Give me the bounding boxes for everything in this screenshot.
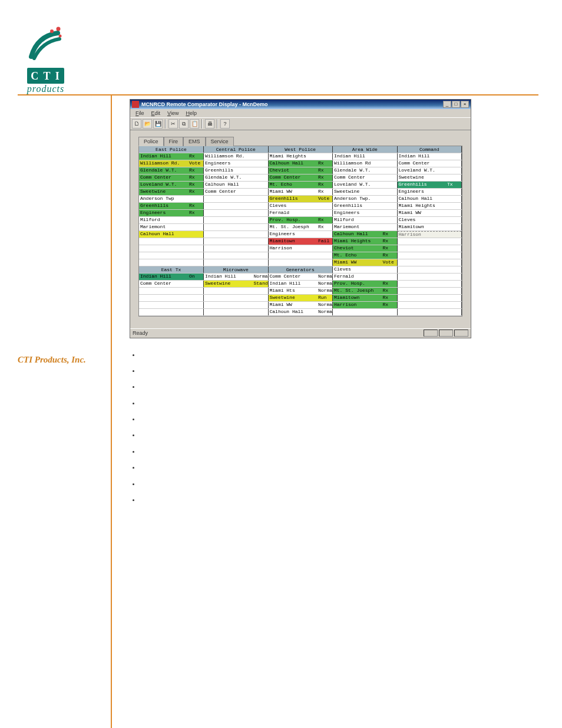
grid-cell[interactable]: Mt. St. JoesphRx	[333, 287, 398, 294]
grid-cell[interactable]	[204, 202, 269, 209]
grid-cell[interactable]	[397, 252, 462, 259]
grid-cell[interactable]: SweetwineRun	[268, 294, 333, 301]
grid-cell[interactable]: Miami WWRx	[268, 188, 333, 195]
grid-cell[interactable]: Cleves	[397, 216, 462, 223]
grid-cell[interactable]: Mt. EchoRx	[268, 181, 333, 188]
grid-cell[interactable]	[397, 301, 462, 308]
grid-cell[interactable]	[204, 308, 269, 315]
grid-cell[interactable]	[397, 308, 462, 315]
grid-cell[interactable]: Miamitown	[397, 223, 462, 230]
grid-cell[interactable]	[397, 273, 462, 280]
grid-cell[interactable]	[204, 245, 269, 252]
grid-cell[interactable]	[397, 280, 462, 287]
paste-icon[interactable]: 📋	[190, 119, 199, 129]
grid-cell[interactable]: CheviotRx	[268, 167, 333, 174]
menu-edit[interactable]: Edit	[148, 110, 164, 117]
help-icon[interactable]: ?	[220, 119, 230, 129]
grid-cell[interactable]: Miami WWVote	[333, 259, 398, 266]
grid-cell[interactable]: Indian Hill	[397, 153, 462, 160]
grid-cell[interactable]: Prov. Hosp.Rx	[333, 280, 398, 287]
grid-cell[interactable]: Indian HillRx	[139, 153, 204, 160]
grid-cell[interactable]: Sweetwine	[397, 174, 462, 181]
grid-cell[interactable]: Milford	[333, 216, 398, 223]
grid-cell[interactable]	[139, 238, 204, 245]
grid-cell[interactable]: Miami WW	[397, 209, 462, 216]
grid-cell[interactable]: GreenhillsVote	[268, 195, 333, 202]
grid-cell[interactable]: Cleves	[333, 266, 398, 273]
menu-help[interactable]: Help	[183, 110, 200, 117]
close-button[interactable]: ×	[461, 101, 469, 108]
grid-cell[interactable]: Miami Heights	[268, 153, 333, 160]
grid-cell[interactable]	[139, 259, 204, 266]
grid-cell[interactable]: Loveland W.T.Rx	[139, 181, 204, 188]
grid-cell[interactable]: Loveland W.T.	[333, 181, 398, 188]
grid-cell[interactable]	[204, 252, 269, 259]
tab-ems[interactable]: EMS	[183, 137, 206, 146]
grid-cell[interactable]	[139, 308, 204, 315]
print-icon[interactable]: 🖶	[205, 119, 214, 129]
tab-fire[interactable]: Fire	[164, 137, 184, 146]
save-icon[interactable]: 💾	[153, 119, 163, 129]
grid-cell[interactable]: Indian HillOn	[139, 273, 204, 280]
grid-cell[interactable]: Calhoun HallRx	[333, 230, 398, 238]
grid-cell[interactable]	[204, 195, 269, 202]
grid-cell[interactable]	[397, 259, 462, 266]
grid-cell[interactable]	[139, 287, 204, 294]
grid-cell[interactable]: Williamson Rd	[333, 160, 398, 167]
grid-cell[interactable]: SweetwineStandby	[204, 280, 269, 287]
cut-icon[interactable]: ✂	[168, 119, 178, 129]
grid-cell[interactable]	[204, 216, 269, 223]
grid-cell[interactable]: Mariemont	[139, 223, 204, 230]
grid-cell[interactable]: Harrison	[268, 245, 333, 252]
grid-cell[interactable]: Mt. St. JoesphRx	[268, 223, 333, 230]
grid-cell[interactable]: Engineers	[333, 209, 398, 216]
grid-cell[interactable]: GreenhillsRx	[139, 202, 204, 209]
grid-cell[interactable]: MiamitownRx	[333, 294, 398, 301]
grid-cell[interactable]	[204, 294, 269, 301]
grid-cell[interactable]: Fernald	[268, 209, 333, 216]
grid-cell[interactable]: Miami Heights	[397, 202, 462, 209]
grid-cell[interactable]: Glendale W.T.	[333, 167, 398, 174]
grid-cell[interactable]	[204, 301, 269, 308]
grid-cell[interactable]: Cleves	[268, 202, 333, 209]
maximize-button[interactable]: □	[452, 101, 460, 108]
grid-cell[interactable]	[139, 252, 204, 259]
grid-cell[interactable]: Indian HillNormal	[268, 280, 333, 287]
grid-cell[interactable]: Anderson Twp	[139, 195, 204, 202]
grid-cell[interactable]	[204, 223, 269, 230]
grid-cell[interactable]: Milford	[139, 216, 204, 223]
grid-cell[interactable]	[397, 266, 462, 273]
grid-cell[interactable]: Harrison	[397, 230, 462, 238]
grid-cell[interactable]	[204, 259, 269, 266]
grid-cell[interactable]: Miami HtsNormal	[268, 287, 333, 294]
grid-cell[interactable]: Engineers	[397, 188, 462, 195]
tab-service[interactable]: Service	[206, 137, 234, 146]
minimize-button[interactable]: _	[443, 101, 451, 108]
grid-cell[interactable]: Anderson Twp.	[333, 195, 398, 202]
grid-cell[interactable]: CheviotRx	[333, 245, 398, 252]
grid-cell[interactable]	[397, 245, 462, 252]
grid-cell[interactable]	[333, 308, 398, 315]
grid-cell[interactable]: MiamitownFail	[268, 238, 333, 245]
titlebar[interactable]: MCNRCD Remote Comparator Display - McnDe…	[130, 100, 471, 109]
grid-cell[interactable]: Engineers	[204, 160, 269, 167]
grid-cell[interactable]: Loveland W.T.	[397, 167, 462, 174]
grid-cell[interactable]: Comm Center	[139, 280, 204, 287]
grid-cell[interactable]	[204, 230, 269, 238]
grid-cell[interactable]	[397, 238, 462, 245]
grid-cell[interactable]: Indian HillNormal	[204, 273, 269, 280]
grid-cell[interactable]: HarrisonRx	[333, 301, 398, 308]
grid-cell[interactable]	[139, 245, 204, 252]
grid-cell[interactable]: Calhoun HallRx	[268, 160, 333, 167]
grid-cell[interactable]: Comm CenterRx	[268, 174, 333, 181]
grid-cell[interactable]	[204, 287, 269, 294]
grid-cell[interactable]: Miami HeightsRx	[333, 238, 398, 245]
grid-cell[interactable]: EngineersRx	[139, 209, 204, 216]
grid-cell[interactable]: Williamson Rd.Vote	[139, 160, 204, 167]
grid-cell[interactable]: Prov. Hosp.Rx	[268, 216, 333, 223]
grid-cell[interactable]: Comm CenterRx	[139, 174, 204, 181]
grid-cell[interactable]: Indian Hill	[333, 153, 398, 160]
grid-cell[interactable]: Mariemont	[333, 223, 398, 230]
tab-police[interactable]: Police	[138, 137, 164, 146]
copy-icon[interactable]: ⧉	[179, 119, 189, 129]
